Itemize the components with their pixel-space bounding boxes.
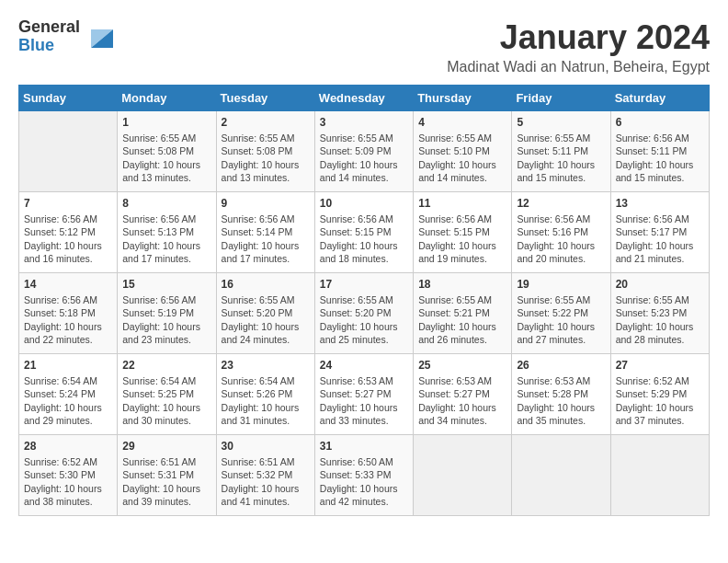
day-info: Sunrise: 6:54 AM Sunset: 5:26 PM Dayligh… (222, 374, 310, 427)
day-number: 20 (616, 277, 704, 292)
day-info: Sunrise: 6:55 AM Sunset: 5:10 PM Dayligh… (418, 132, 506, 184)
calendar-week-row: 21Sunrise: 6:54 AM Sunset: 5:24 PM Dayli… (19, 354, 710, 435)
day-number: 28 (24, 439, 112, 454)
calendar-cell: 2Sunrise: 6:55 AM Sunset: 5:08 PM Daylig… (216, 111, 314, 192)
day-number: 10 (320, 196, 408, 211)
calendar-cell: 25Sunrise: 6:53 AM Sunset: 5:27 PM Dayli… (414, 354, 512, 435)
day-number: 16 (222, 277, 310, 292)
header-wednesday: Wednesday (314, 86, 413, 111)
day-number: 12 (517, 196, 605, 211)
title-section: January 2024 Madinat Wadi an Natrun, Beh… (447, 18, 710, 75)
calendar-cell: 10Sunrise: 6:56 AM Sunset: 5:15 PM Dayli… (314, 192, 413, 273)
logo-blue: Blue (18, 37, 80, 55)
calendar-cell: 22Sunrise: 6:54 AM Sunset: 5:25 PM Dayli… (118, 354, 216, 435)
calendar-cell: 16Sunrise: 6:55 AM Sunset: 5:20 PM Dayli… (216, 273, 314, 354)
calendar-cell (414, 435, 512, 516)
calendar-cell: 18Sunrise: 6:55 AM Sunset: 5:21 PM Dayli… (414, 273, 512, 354)
header-friday: Friday (512, 86, 610, 111)
day-info: Sunrise: 6:50 AM Sunset: 5:33 PM Dayligh… (320, 455, 408, 508)
day-info: Sunrise: 6:51 AM Sunset: 5:31 PM Dayligh… (122, 455, 210, 508)
calendar-cell: 9Sunrise: 6:56 AM Sunset: 5:14 PM Daylig… (216, 192, 314, 273)
calendar-cell: 15Sunrise: 6:56 AM Sunset: 5:19 PM Dayli… (118, 273, 216, 354)
calendar-cell: 23Sunrise: 6:54 AM Sunset: 5:26 PM Dayli… (216, 354, 314, 435)
calendar-cell: 11Sunrise: 6:56 AM Sunset: 5:15 PM Dayli… (414, 192, 512, 273)
day-number: 23 (222, 358, 310, 373)
day-info: Sunrise: 6:55 AM Sunset: 5:22 PM Dayligh… (517, 293, 605, 346)
calendar-week-row: 28Sunrise: 6:52 AM Sunset: 5:30 PM Dayli… (19, 435, 710, 516)
day-info: Sunrise: 6:55 AM Sunset: 5:08 PM Dayligh… (222, 132, 310, 184)
calendar-cell: 5Sunrise: 6:55 AM Sunset: 5:11 PM Daylig… (512, 111, 610, 192)
calendar-cell (610, 435, 709, 516)
day-info: Sunrise: 6:54 AM Sunset: 5:24 PM Dayligh… (24, 374, 112, 427)
calendar-cell: 17Sunrise: 6:55 AM Sunset: 5:20 PM Dayli… (314, 273, 413, 354)
calendar-table: SundayMondayTuesdayWednesdayThursdayFrid… (18, 85, 710, 516)
calendar-cell: 30Sunrise: 6:51 AM Sunset: 5:32 PM Dayli… (216, 435, 314, 516)
day-number: 31 (320, 439, 408, 454)
calendar-cell: 21Sunrise: 6:54 AM Sunset: 5:24 PM Dayli… (19, 354, 118, 435)
calendar-cell: 29Sunrise: 6:51 AM Sunset: 5:31 PM Dayli… (118, 435, 216, 516)
day-info: Sunrise: 6:55 AM Sunset: 5:11 PM Dayligh… (517, 132, 605, 184)
day-number: 7 (24, 196, 112, 211)
day-number: 17 (320, 277, 408, 292)
day-info: Sunrise: 6:52 AM Sunset: 5:29 PM Dayligh… (616, 374, 704, 427)
day-info: Sunrise: 6:56 AM Sunset: 5:16 PM Dayligh… (517, 213, 605, 265)
calendar-cell: 13Sunrise: 6:56 AM Sunset: 5:17 PM Dayli… (610, 192, 709, 273)
day-number: 5 (517, 115, 605, 130)
day-number: 8 (122, 196, 210, 211)
day-info: Sunrise: 6:53 AM Sunset: 5:27 PM Dayligh… (320, 374, 408, 427)
day-info: Sunrise: 6:54 AM Sunset: 5:25 PM Dayligh… (122, 374, 210, 427)
day-info: Sunrise: 6:56 AM Sunset: 5:17 PM Dayligh… (616, 213, 704, 265)
calendar-cell: 12Sunrise: 6:56 AM Sunset: 5:16 PM Dayli… (512, 192, 610, 273)
day-number: 3 (320, 115, 408, 130)
day-info: Sunrise: 6:55 AM Sunset: 5:08 PM Dayligh… (122, 132, 210, 184)
day-info: Sunrise: 6:56 AM Sunset: 5:12 PM Dayligh… (24, 213, 112, 265)
calendar-header-row: SundayMondayTuesdayWednesdayThursdayFrid… (19, 86, 710, 111)
day-number: 18 (418, 277, 506, 292)
calendar-cell: 31Sunrise: 6:50 AM Sunset: 5:33 PM Dayli… (314, 435, 413, 516)
logo-icon (84, 22, 113, 52)
day-info: Sunrise: 6:56 AM Sunset: 5:19 PM Dayligh… (122, 293, 210, 346)
day-info: Sunrise: 6:55 AM Sunset: 5:20 PM Dayligh… (222, 293, 310, 346)
day-number: 2 (222, 115, 310, 130)
calendar-cell: 27Sunrise: 6:52 AM Sunset: 5:29 PM Dayli… (610, 354, 709, 435)
calendar-cell: 26Sunrise: 6:53 AM Sunset: 5:28 PM Dayli… (512, 354, 610, 435)
day-info: Sunrise: 6:51 AM Sunset: 5:32 PM Dayligh… (222, 455, 310, 508)
day-number: 25 (418, 358, 506, 373)
logo: General Blue (18, 18, 113, 55)
calendar-week-row: 14Sunrise: 6:56 AM Sunset: 5:18 PM Dayli… (19, 273, 710, 354)
day-number: 4 (418, 115, 506, 130)
calendar-cell: 7Sunrise: 6:56 AM Sunset: 5:12 PM Daylig… (19, 192, 118, 273)
calendar-week-row: 7Sunrise: 6:56 AM Sunset: 5:12 PM Daylig… (19, 192, 710, 273)
header-saturday: Saturday (610, 86, 709, 111)
calendar-cell: 20Sunrise: 6:55 AM Sunset: 5:23 PM Dayli… (610, 273, 709, 354)
day-info: Sunrise: 6:55 AM Sunset: 5:21 PM Dayligh… (418, 293, 506, 346)
day-number: 6 (616, 115, 704, 130)
calendar-cell: 28Sunrise: 6:52 AM Sunset: 5:30 PM Dayli… (19, 435, 118, 516)
day-info: Sunrise: 6:53 AM Sunset: 5:27 PM Dayligh… (418, 374, 506, 427)
day-info: Sunrise: 6:55 AM Sunset: 5:09 PM Dayligh… (320, 132, 408, 184)
day-info: Sunrise: 6:56 AM Sunset: 5:13 PM Dayligh… (122, 213, 210, 265)
page-header: General Blue January 2024 Madinat Wadi a… (18, 18, 710, 75)
day-number: 30 (222, 439, 310, 454)
day-number: 26 (517, 358, 605, 373)
calendar-cell: 4Sunrise: 6:55 AM Sunset: 5:10 PM Daylig… (414, 111, 512, 192)
calendar-week-row: 1Sunrise: 6:55 AM Sunset: 5:08 PM Daylig… (19, 111, 710, 192)
day-number: 9 (222, 196, 310, 211)
day-info: Sunrise: 6:55 AM Sunset: 5:23 PM Dayligh… (616, 293, 704, 346)
day-info: Sunrise: 6:56 AM Sunset: 5:15 PM Dayligh… (418, 213, 506, 265)
logo-text: General Blue (18, 18, 80, 55)
day-info: Sunrise: 6:56 AM Sunset: 5:15 PM Dayligh… (320, 213, 408, 265)
day-info: Sunrise: 6:55 AM Sunset: 5:20 PM Dayligh… (320, 293, 408, 346)
day-info: Sunrise: 6:56 AM Sunset: 5:14 PM Dayligh… (222, 213, 310, 265)
day-number: 27 (616, 358, 704, 373)
header-thursday: Thursday (414, 86, 512, 111)
day-number: 15 (122, 277, 210, 292)
calendar-cell: 8Sunrise: 6:56 AM Sunset: 5:13 PM Daylig… (118, 192, 216, 273)
location-title: Madinat Wadi an Natrun, Beheira, Egypt (447, 59, 710, 75)
header-monday: Monday (118, 86, 216, 111)
day-number: 29 (122, 439, 210, 454)
day-info: Sunrise: 6:52 AM Sunset: 5:30 PM Dayligh… (24, 455, 112, 508)
logo-general: General (18, 18, 80, 37)
calendar-cell: 24Sunrise: 6:53 AM Sunset: 5:27 PM Dayli… (314, 354, 413, 435)
calendar-cell: 14Sunrise: 6:56 AM Sunset: 5:18 PM Dayli… (19, 273, 118, 354)
